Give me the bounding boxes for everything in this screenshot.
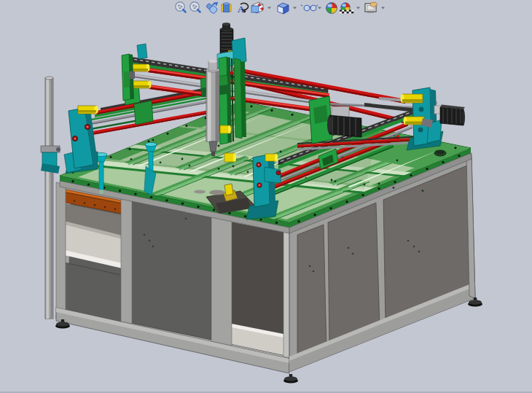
svg-text:A: A <box>238 4 245 15</box>
